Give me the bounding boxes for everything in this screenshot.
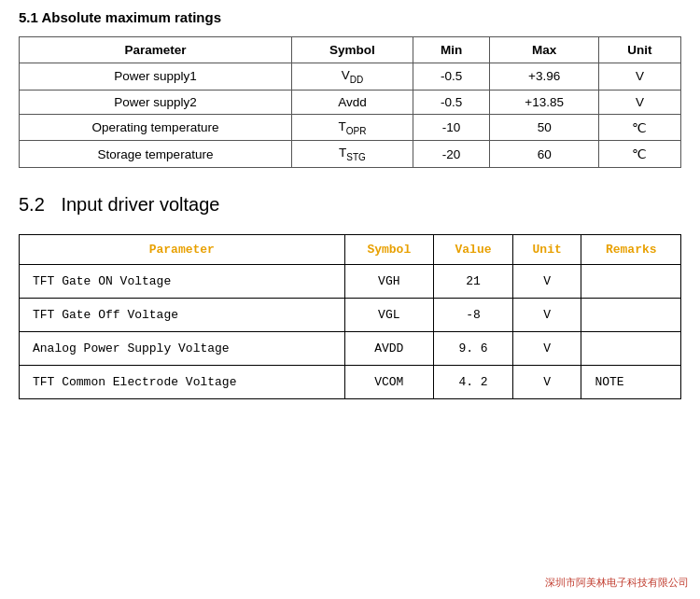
table-row: Power supply1 VDD -0.5 +3.96 V [20, 63, 681, 91]
max-cell: 50 [490, 114, 599, 141]
symbol-cell: TOPR [292, 114, 413, 141]
table-row: Storage temperature TSTG -20 60 ℃ [20, 141, 681, 168]
unit-cell: V [512, 265, 581, 299]
section2-number: 5.2 [19, 194, 45, 215]
symbol-cell: VDD [292, 63, 413, 91]
col-header-unit: Unit [598, 37, 680, 63]
unit-cell: V [512, 299, 581, 332]
max-cell: +13.85 [490, 90, 599, 114]
max-cell: 60 [490, 141, 599, 168]
min-cell: -0.5 [413, 63, 489, 91]
table-row: TFT Gate ON Voltage VGH 21 V [20, 265, 681, 299]
col-header-parameter: Parameter [20, 235, 345, 265]
col-header-remarks: Remarks [581, 235, 681, 265]
parameter-cell: Power supply1 [20, 63, 292, 91]
unit-cell: V [512, 332, 581, 366]
unit-cell: ℃ [598, 114, 680, 141]
symbol-cell: VCOM [344, 366, 434, 399]
col-header-symbol: Symbol [292, 37, 413, 63]
parameter-cell: Analog Power Supply Voltage [20, 332, 345, 366]
table-row: Operating temperature TOPR -10 50 ℃ [20, 114, 681, 141]
parameter-cell: TFT Gate ON Voltage [20, 265, 345, 299]
max-cell: +3.96 [490, 63, 599, 91]
unit-cell: V [598, 90, 680, 114]
table-row: Power supply2 Avdd -0.5 +13.85 V [20, 90, 681, 114]
section2-heading: Input driver voltage [61, 194, 219, 215]
remarks-cell [581, 332, 681, 366]
unit-cell: ℃ [598, 141, 680, 168]
remarks-cell [581, 265, 681, 299]
parameter-cell: Storage temperature [20, 141, 292, 168]
min-cell: -0.5 [413, 90, 489, 114]
table-row: Analog Power Supply Voltage AVDD 9. 6 V [20, 332, 681, 366]
parameter-cell: Power supply2 [20, 90, 292, 114]
parameter-cell: TFT Gate Off Voltage [20, 299, 345, 332]
remarks-cell: NOTE [581, 366, 681, 399]
value-cell: 9. 6 [434, 332, 513, 366]
col-header-value: Value [434, 235, 513, 265]
parameter-cell: TFT Common Electrode Voltage [20, 366, 345, 399]
table-row: TFT Common Electrode Voltage VCOM 4. 2 V… [20, 366, 681, 399]
col-header-unit: Unit [512, 235, 581, 265]
section1-title: 5.1 Absolute maximum ratings [19, 9, 681, 25]
symbol-cell: VGL [344, 299, 434, 332]
value-cell: 4. 2 [434, 366, 513, 399]
symbol-cell: TSTG [292, 141, 413, 168]
absolute-max-ratings-table: Parameter Symbol Min Max Unit Power supp… [19, 36, 681, 168]
col-header-parameter: Parameter [20, 37, 292, 63]
symbol-cell: Avdd [292, 90, 413, 114]
col-header-min: Min [413, 37, 489, 63]
col-header-max: Max [490, 37, 599, 63]
symbol-cell: VGH [344, 265, 434, 299]
col-header-symbol: Symbol [344, 235, 434, 265]
min-cell: -10 [413, 114, 489, 141]
parameter-cell: Operating temperature [20, 114, 292, 141]
unit-cell: V [512, 366, 581, 399]
min-cell: -20 [413, 141, 489, 168]
input-driver-voltage-table: Parameter Symbol Value Unit Remarks TFT … [19, 234, 681, 399]
remarks-cell [581, 299, 681, 332]
table-row: TFT Gate Off Voltage VGL -8 V [20, 299, 681, 332]
value-cell: -8 [434, 299, 513, 332]
symbol-cell: AVDD [344, 332, 434, 366]
section2-title: 5.2 Input driver voltage [19, 194, 681, 216]
unit-cell: V [598, 63, 680, 91]
value-cell: 21 [434, 265, 513, 299]
